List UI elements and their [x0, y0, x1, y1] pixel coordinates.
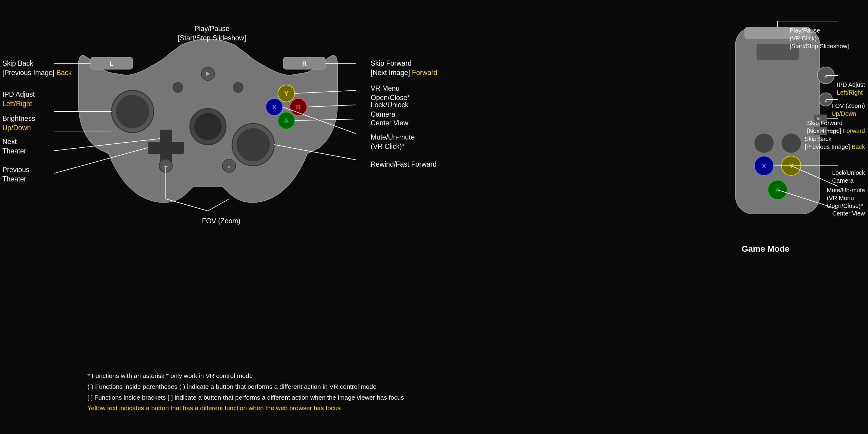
svg-text:Y: Y — [284, 90, 289, 97]
footnote-line1: * Functions with an asterisk * only work… — [87, 370, 404, 381]
label-lock-unlock: Lock/Unlock Camera — [371, 100, 408, 119]
gm-label-center: Center View — [832, 210, 865, 217]
label-brightness: Brightness Up/Down — [2, 114, 35, 133]
label-mute: Mute/Un-mute (VR Click)* — [371, 133, 415, 151]
svg-point-14 — [173, 82, 183, 93]
gm-label-play-pause: Play/Pause (VR Click)* [Start/Stop Slide… — [789, 27, 865, 50]
svg-line-43 — [208, 199, 229, 211]
label-skip-back: Skip Back [Previous Image] Back — [2, 59, 72, 78]
rewind-line1: Rewind/Fast Forward — [371, 160, 437, 168]
gm-play-line3: [Start/Stop Slideshow] — [789, 43, 849, 50]
gm-lock-line1: Lock/Unlock — [832, 169, 865, 176]
main-container: L R Y B A X — [0, 0, 868, 434]
skip-back-line1: Skip Back — [2, 59, 33, 67]
gm-sback-line2: [Previous Image] — [805, 144, 850, 150]
skip-back-line2: [Previous Image] — [2, 69, 55, 76]
label-vr-menu: VR Menu Open/Close* — [371, 84, 410, 102]
svg-point-5 — [116, 95, 149, 128]
gm-sback-highlight: Back — [852, 144, 865, 150]
svg-text:⊕: ⊕ — [824, 74, 828, 79]
gm-fov-line1: FOV (Zoom) — [832, 102, 865, 109]
label-ipd-adjust: IPD Adjust Left/Right — [2, 90, 35, 108]
svg-point-11 — [194, 113, 221, 140]
skip-back-highlight: Back — [56, 69, 72, 76]
svg-text:X: X — [272, 103, 277, 111]
next-theater-line1: Next — [2, 138, 17, 146]
gm-label-mute: Mute/Un-mute (VR Menu Open/Close)* — [827, 186, 865, 210]
mute-line2: (VR Click)* — [371, 143, 404, 150]
gm-label-skip-back: Skip Back [Previous Image] Back — [805, 135, 865, 151]
svg-text:L: L — [110, 60, 113, 67]
svg-text:R: R — [302, 60, 307, 67]
gm-sback-line1: Skip Back — [805, 135, 832, 142]
vr-menu-line1: VR Menu — [371, 84, 400, 92]
label-fov: FOV (Zoom) — [202, 217, 241, 225]
label-prev-theater: Previous Theater — [2, 165, 29, 184]
prev-theater-line2: Theater — [2, 175, 26, 183]
svg-point-62 — [754, 133, 774, 153]
label-skip-forward: Skip Forward [Next Image] Forward — [371, 59, 437, 78]
label-center-view: Center View — [371, 119, 408, 128]
gm-label-ipd: IPD Adjust Left/Right — [837, 81, 865, 96]
skip-fwd-highlight: Forward — [412, 69, 437, 76]
gm-ipd-line1: IPD Adjust — [837, 82, 865, 88]
brightness-line1: Brightness — [2, 115, 35, 122]
svg-line-41 — [166, 199, 208, 211]
gm-sfwd-line1: Skip Forward — [807, 120, 843, 126]
center-line1: Center View — [371, 119, 408, 127]
svg-text:B: B — [296, 103, 301, 111]
label-next-theater: Next Theater — [2, 137, 26, 156]
footnote-line2: ( ) Functions inside parentheses ( ) ind… — [87, 381, 404, 392]
play-pause-line2: [Start/Stop Slideshow] — [178, 34, 246, 42]
gm-play-line2: (VR Click)* — [789, 35, 819, 41]
svg-text:X: X — [762, 162, 767, 170]
gm-mute-line1: Mute/Un-mute — [827, 187, 865, 193]
skip-fwd-line2: [Next Image] — [371, 69, 410, 76]
gm-sfwd-highlight: Forward — [843, 127, 865, 134]
gm-center-line1: Center View — [832, 210, 865, 217]
gm-label-skip-fwd: Skip Forward [Next Image] Forward — [807, 119, 865, 135]
svg-text:A: A — [284, 117, 289, 124]
svg-point-7 — [237, 128, 270, 161]
gm-mute-line2: (VR Menu — [827, 195, 854, 201]
mute-line1: Mute/Un-mute — [371, 133, 415, 141]
svg-point-63 — [781, 133, 801, 153]
svg-rect-9 — [148, 142, 184, 154]
gm-mute-line3: Open/Close)* — [827, 203, 863, 209]
lock-line1: Lock/Unlock — [371, 101, 408, 109]
next-theater-line2: Theater — [2, 147, 26, 155]
gm-ipd-highlight: Left/Right — [837, 89, 863, 96]
ipd-highlight: Left/Right — [2, 100, 32, 107]
gamepad-svg: L R Y B A X — [48, 18, 368, 229]
label-play-pause: Play/Pause [Start/Stop Slideshow] — [178, 24, 246, 43]
svg-point-15 — [233, 82, 244, 93]
gm-label-lock: Lock/Unlock Camera — [832, 169, 865, 184]
prev-theater-line1: Previous — [2, 166, 29, 174]
gm-sfwd-line2: [Next Image] — [807, 127, 841, 134]
footnote-line4: Yellow text indicates a button that has … — [87, 403, 404, 413]
game-mode-title: Game Mode — [735, 244, 796, 254]
skip-fwd-line1: Skip Forward — [371, 59, 411, 67]
footnote-line3: [ ] Functions inside brackets [ ] indica… — [87, 392, 404, 403]
gm-fov-highlight: Up/Down — [832, 110, 856, 117]
label-rewind: Rewind/Fast Forward — [371, 160, 437, 169]
ipd-line1: IPD Adjust — [2, 90, 35, 98]
play-pause-line1: Play/Pause — [194, 25, 229, 33]
svg-text:▲: ▲ — [824, 98, 828, 103]
brightness-highlight: Up/Down — [2, 124, 31, 132]
lock-line2: Camera — [371, 110, 396, 118]
footnotes-container: * Functions with an asterisk * only work… — [87, 370, 404, 413]
gm-lock-line2: Camera — [832, 177, 854, 184]
gm-label-fov: FOV (Zoom) Up/Down — [832, 102, 865, 118]
gm-play-line1: Play/Pause — [789, 27, 820, 34]
fov-label: FOV (Zoom) — [202, 217, 241, 225]
